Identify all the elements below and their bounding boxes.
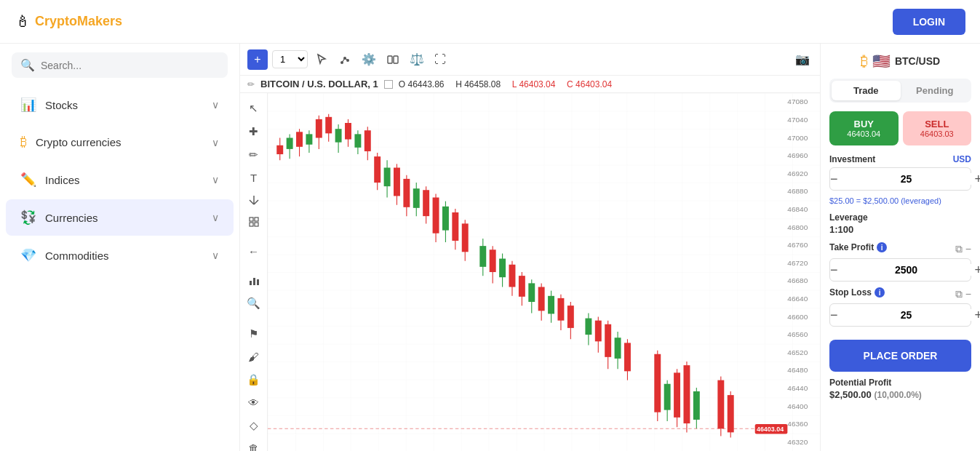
chart-instrument: BITCOIN / U.S. DOLLAR, 1 <box>260 79 378 89</box>
svg-rect-10 <box>250 217 253 221</box>
svg-rect-76 <box>452 212 458 241</box>
compare-btn[interactable] <box>383 50 402 69</box>
svg-text:46403.04: 46403.04 <box>757 426 784 434</box>
investment-increase[interactable]: + <box>975 168 980 190</box>
search-box[interactable]: 🔍 <box>12 52 228 78</box>
chart-ohlc: O 46443.86 H 46458.08 L 46403.04 C 46403… <box>399 79 621 89</box>
investment-value[interactable] <box>838 173 975 185</box>
cursor-btn[interactable] <box>312 50 331 69</box>
take-profit-row: Take Profit i ⧉ − <box>829 242 971 255</box>
grid-tool[interactable] <box>244 213 264 231</box>
svg-text:46400: 46400 <box>787 402 808 410</box>
svg-text:46720: 46720 <box>787 259 808 267</box>
svg-rect-114 <box>674 372 680 418</box>
svg-rect-5 <box>388 56 392 63</box>
shape-tool[interactable]: ◇ <box>244 416 264 435</box>
stop-loss-increase[interactable]: + <box>975 304 980 326</box>
svg-text:46880: 46880 <box>787 188 808 196</box>
arrow-tool[interactable]: ↖ <box>244 99 264 118</box>
sidebar-item-commodities[interactable]: 💎 Commodities ∨ <box>6 237 234 274</box>
indicator-btn[interactable] <box>335 50 354 69</box>
take-profit-decrease[interactable]: − <box>830 259 838 281</box>
zoom-in-tool[interactable]: 🔍 <box>244 294 264 313</box>
svg-rect-50 <box>325 117 332 134</box>
tab-pending[interactable]: Pending <box>901 81 970 100</box>
investment-stepper[interactable]: − + <box>829 167 971 191</box>
svg-rect-14 <box>250 281 252 285</box>
eye-tool[interactable]: 👁 <box>244 394 264 412</box>
svg-rect-98 <box>567 306 574 328</box>
svg-rect-60 <box>374 156 381 183</box>
svg-rect-46 <box>306 134 312 144</box>
logo-text: CryptoMakers <box>35 14 122 29</box>
take-profit-icons: ⧉ − <box>955 243 971 255</box>
sell-button[interactable]: SELL 46403.03 <box>903 111 972 145</box>
lock-tool[interactable]: 🔒 <box>244 370 264 389</box>
login-button[interactable]: LOGIN <box>893 9 965 35</box>
chevron-icon-crypto: ∨ <box>212 137 219 148</box>
svg-rect-86 <box>509 265 516 287</box>
leverage-label: Leverage <box>829 212 971 223</box>
chart-body: ↖ ✚ ✏ T ← 🔍 ⚑ 🖌 🔒 <box>240 93 820 451</box>
place-order-button[interactable]: PLACE ORDER <box>829 340 971 372</box>
sell-label: SELL <box>906 119 969 129</box>
chart-toolbar: + 151560 ⚙️ ⚖️ ⛶ 📷 <box>240 44 820 76</box>
candle-type-icon <box>384 80 393 89</box>
back-tool[interactable]: ← <box>244 242 264 260</box>
ohlc-close: C 46403.04 <box>567 79 616 89</box>
btc-flag-icon: ₿ <box>861 53 868 70</box>
pen-tool[interactable]: ✏ <box>244 145 264 164</box>
chart-area: + 151560 ⚙️ ⚖️ ⛶ 📷 ✏ BITCOIN / U.S. DOLL… <box>240 44 820 451</box>
buy-price: 46403.04 <box>832 129 896 138</box>
camera-btn[interactable]: 📷 <box>792 49 813 69</box>
ohlc-open: O 46443.86 <box>399 79 449 89</box>
sidebar-item-stocks[interactable]: 📊 Stocks ∨ <box>6 87 234 123</box>
stop-loss-decrease[interactable]: − <box>830 304 838 326</box>
take-profit-value[interactable] <box>838 264 975 276</box>
svg-rect-112 <box>664 384 671 410</box>
ohlc-low: L 46403.04 <box>512 79 560 89</box>
cross-tool[interactable]: ✚ <box>244 122 264 141</box>
take-profit-stepper[interactable]: − + <box>829 258 971 282</box>
sidebar-item-currencies[interactable]: 💱 Currencies ∨ <box>6 199 234 236</box>
investment-label: Investment <box>829 154 875 164</box>
investment-decrease[interactable]: − <box>830 168 838 190</box>
flag-tool[interactable]: ⚑ <box>244 324 264 343</box>
svg-line-3 <box>342 58 345 63</box>
search-input[interactable] <box>41 60 219 71</box>
take-profit-increase[interactable]: + <box>975 259 980 281</box>
settings-btn[interactable]: ⚙️ <box>359 49 379 69</box>
svg-text:46760: 46760 <box>787 242 808 250</box>
crosshair-btn[interactable]: + <box>247 49 268 70</box>
balance-btn[interactable]: ⚖️ <box>407 49 427 69</box>
buy-button[interactable]: BUY 46403.04 <box>829 111 899 145</box>
fullscreen-btn[interactable]: ⛶ <box>431 50 449 69</box>
chevron-icon-currencies: ∨ <box>212 212 219 223</box>
timeframe-select[interactable]: 151560 <box>272 50 308 68</box>
take-profit-copy-btn[interactable]: ⧉ <box>955 243 963 255</box>
trash-tool[interactable]: 🗑 <box>244 439 264 451</box>
svg-text:46840: 46840 <box>787 205 808 213</box>
stop-loss-icons: ⧉ − <box>955 288 971 300</box>
svg-text:47080: 47080 <box>787 98 808 106</box>
stop-loss-value[interactable] <box>838 309 975 321</box>
fork-tool[interactable] <box>244 191 264 209</box>
text-tool[interactable]: T <box>244 169 264 187</box>
currencies-icon: 💱 <box>20 209 36 226</box>
bar-chart-tool[interactable] <box>244 272 264 290</box>
brush-tool[interactable]: 🖌 <box>244 348 264 366</box>
svg-line-8 <box>250 200 254 204</box>
svg-rect-110 <box>654 354 661 412</box>
svg-rect-18 <box>268 93 820 451</box>
svg-text:46600: 46600 <box>787 313 808 321</box>
stop-loss-copy-btn[interactable]: ⧉ <box>955 288 963 300</box>
stop-loss-minus-btn[interactable]: − <box>965 288 971 300</box>
svg-rect-16 <box>257 279 259 285</box>
sidebar-item-crypto[interactable]: ₿ Crypto currencies ∨ <box>6 124 234 160</box>
candlestick-chart[interactable]: 47080 47040 47000 46960 46920 46880 4684… <box>268 93 820 451</box>
take-profit-minus-btn[interactable]: − <box>965 243 971 255</box>
sidebar-item-indices[interactable]: ✏️ Indices ∨ <box>6 161 234 198</box>
tab-trade[interactable]: Trade <box>832 81 901 100</box>
svg-rect-78 <box>462 223 469 252</box>
stop-loss-stepper[interactable]: − + <box>829 303 971 327</box>
